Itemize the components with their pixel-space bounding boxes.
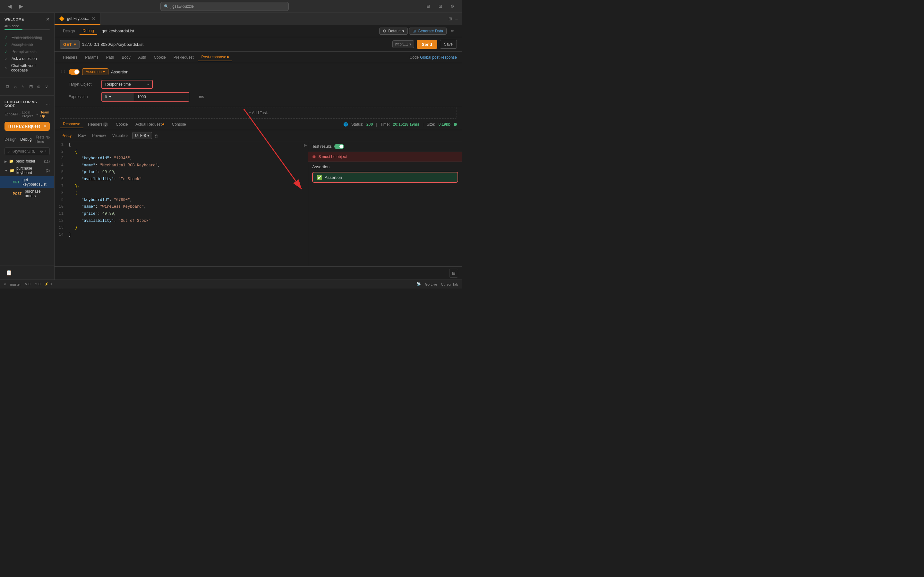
tab-params[interactable]: Params [82, 54, 102, 61]
req-nav-debug[interactable]: Debug [79, 27, 97, 35]
folder-count: (11) [44, 160, 50, 163]
folder-list: ▶ 📁 basic folder (11) ▼ 📁 purchase keybo… [0, 156, 54, 265]
generate-data-button[interactable]: ⊞ Generate Data [409, 27, 447, 35]
tab-headers[interactable]: Headers [60, 54, 81, 61]
layout-toggle-button[interactable]: ⊞ [449, 269, 458, 277]
resp-tab-response[interactable]: Response [60, 121, 83, 128]
face-icon-btn[interactable]: ☺ [36, 82, 42, 91]
fmt-preview-button[interactable]: Preview [90, 133, 108, 139]
status-bar-left: ⑂ master ⊗ 0 ⚠ 0 ⚡ 0 [4, 282, 52, 286]
more-icon-btn[interactable]: ∨ [43, 82, 50, 91]
save-button[interactable]: Save [440, 40, 457, 49]
expression-value-input[interactable] [134, 93, 189, 101]
search-bar[interactable]: 🔍 jigsaw-puzzle [160, 2, 289, 11]
tab-bar-split-icon[interactable]: ⊞ [449, 16, 452, 21]
split-view-icon[interactable]: ⊡ [436, 2, 445, 11]
branch-icon-btn[interactable]: ⑂ [20, 82, 26, 91]
assertion-toggle[interactable] [69, 69, 79, 75]
assertion-type-button[interactable]: Assertion ▾ [82, 68, 108, 75]
task-ask-question[interactable]: ○ Ask a question [0, 55, 54, 62]
fmt-pretty-button[interactable]: Pretty [60, 133, 73, 139]
folder-basic[interactable]: ▶ 📁 basic folder (11) [0, 158, 54, 165]
tab-pre-request[interactable]: Pre-request [170, 54, 197, 61]
tab-cookie[interactable]: Cookie [150, 54, 169, 61]
search-icon: ⌕ [7, 149, 10, 153]
tab-post-response[interactable]: Post-response [198, 53, 232, 61]
expression-operator-select[interactable]: lt ▾ [102, 93, 134, 101]
sidebar-footer-icon[interactable]: 📋 [5, 268, 13, 277]
search-icon-btn[interactable]: ⌕ [12, 82, 19, 91]
breadcrumb-echoapi[interactable]: EchoAPI [5, 112, 18, 116]
sidebar-search-input[interactable] [11, 149, 38, 153]
progress-label: 40% done [5, 24, 50, 28]
tab-body[interactable]: Body [118, 54, 134, 61]
resp-tab-actual-request[interactable]: Actual Request [132, 121, 167, 128]
sidebar-search[interactable]: ⌕ ⚙ + [5, 147, 50, 155]
resp-tab-headers[interactable]: Headers3 [85, 121, 111, 128]
cursor-tab-label[interactable]: Cursor Tab [441, 282, 458, 286]
sidebar-tab-debug[interactable]: Debug [20, 136, 31, 143]
progress-container: 40% done [0, 24, 54, 33]
list-item-post-orders[interactable]: POST purchase orders [0, 188, 54, 199]
sidebar-tab-design[interactable]: Design [5, 136, 16, 143]
back-button[interactable]: ◀ [5, 2, 14, 11]
format-bar: Pretty Raw Preview Visualize UTF-8 ▾ ⎘ [55, 130, 462, 141]
send-button[interactable]: Send [417, 40, 437, 49]
drag-handle[interactable]: ⋮⋮ [60, 68, 66, 73]
tab-get-keyboards[interactable]: 🔶 get keyboa... ✕ [55, 13, 100, 25]
task-finish-onboarding[interactable]: ✓ Finish onboarding [0, 34, 54, 41]
sidebar-close-button[interactable]: ✕ [46, 17, 50, 22]
json-viewer: 1234567 891011121314 [ { "keyboardId": "… [55, 141, 308, 266]
progress-bar-fill [5, 29, 23, 30]
task-prompt-edit[interactable]: ✓ Prompt an edit [0, 48, 54, 55]
protocol-arrow-icon: ▾ [409, 42, 411, 47]
tab-close-button[interactable]: ✕ [92, 16, 95, 21]
gen-data-label: Generate Data [418, 29, 443, 33]
sidebar-filter-icon[interactable]: ⚙ [40, 149, 43, 153]
status-green-dot [454, 123, 457, 126]
list-item-get-keyboards[interactable]: GET get keyboardsList [0, 176, 54, 188]
grid-icon-btn[interactable]: ⊞ [28, 82, 34, 91]
copy-icon-btn[interactable]: ⧉ [5, 82, 11, 91]
sidebar-add-icon[interactable]: + [45, 149, 47, 153]
echoapi-more-button[interactable]: ··· [46, 101, 50, 106]
settings-icon[interactable]: ⚙ [448, 2, 457, 11]
tab-path[interactable]: Path [103, 54, 118, 61]
req-nav-design[interactable]: Design [60, 27, 78, 35]
target-select[interactable]: Response time ▾ [102, 80, 153, 89]
request-type-button[interactable]: HTTP1/2 Request ▾ [5, 122, 50, 131]
assertion-header: Assertion ▾ Assertion [69, 68, 457, 75]
sidebar-toggle-icon[interactable]: ⊞ [423, 2, 433, 11]
default-button[interactable]: ⚙ Default ▾ [379, 27, 408, 35]
method-select[interactable]: GET ▾ [60, 40, 79, 49]
global-post-link[interactable]: Global postResponse [420, 55, 457, 60]
encoding-select[interactable]: UTF-8 ▾ [132, 132, 152, 139]
json-expand-button[interactable]: ▶ [303, 141, 308, 266]
team-up-button[interactable]: Team Up [40, 110, 50, 118]
resp-tab-cookie[interactable]: Cookie [113, 121, 131, 128]
fmt-raw-button[interactable]: Raw [76, 133, 87, 139]
go-live-button[interactable]: Go Live [425, 282, 437, 286]
git-branch[interactable]: master [10, 282, 21, 286]
sidebar-tab-tests[interactable]: Tests No Limits [36, 134, 50, 145]
forward-button[interactable]: ▶ [17, 2, 26, 11]
test-results-toggle[interactable] [334, 144, 344, 149]
req-edit-icon[interactable]: ✏ [448, 27, 457, 35]
url-input[interactable] [82, 42, 390, 47]
bottom-toolbar: ⊞ [55, 266, 462, 279]
task-accept-tab[interactable]: ✓ Accept a tab [0, 41, 54, 48]
code-link[interactable]: Code [410, 55, 419, 60]
task-chat-codebase[interactable]: ○ Chat with your codebase [0, 62, 54, 74]
folder-purchase-keyboard[interactable]: ▼ 📁 purchase keyboard (2) [0, 165, 54, 176]
tab-auth[interactable]: Auth [135, 54, 150, 61]
add-task-button[interactable]: + Add Task [60, 107, 457, 119]
tab-bar-more-icon[interactable]: ··· [455, 16, 458, 21]
fmt-visualize-button[interactable]: Visualize [110, 133, 129, 139]
status-bar: ⑂ master ⊗ 0 ⚠ 0 ⚡ 0 📡 Go Live Cursor Ta… [0, 279, 462, 288]
breadcrumb-local-project[interactable]: Local Project [22, 110, 35, 118]
protocol-select[interactable]: http/1.1 ▾ [393, 40, 414, 48]
method-label: GET [63, 42, 72, 47]
resp-tab-console[interactable]: Console [169, 121, 189, 128]
target-value-label: Response time [105, 82, 131, 87]
copy-response-button[interactable]: ⎘ [155, 133, 157, 138]
